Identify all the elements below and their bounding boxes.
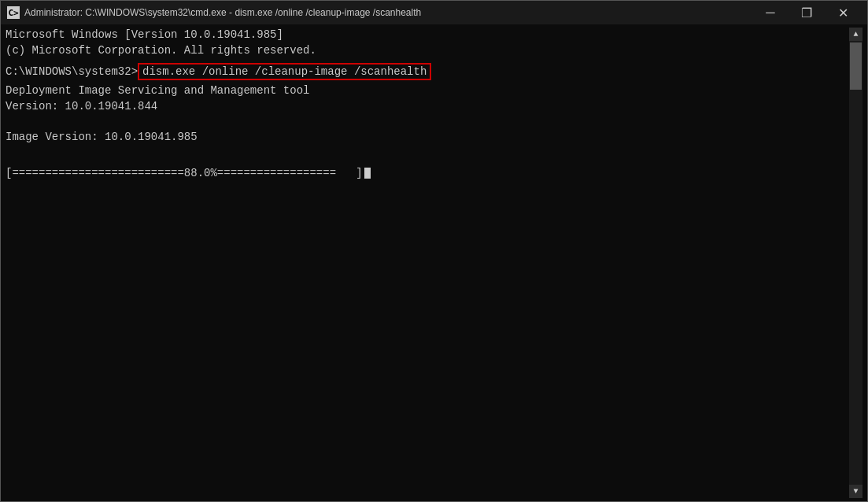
dism-tool-line: Deployment Image Servicing and Managemen… <box>6 83 849 99</box>
scroll-down-button[interactable]: ▼ <box>849 485 862 498</box>
copyright-line: (c) Microsoft Corporation. All rights re… <box>6 43 849 59</box>
empty-space <box>6 179 849 415</box>
restore-button[interactable]: ❐ <box>789 1 825 24</box>
version-line: Version: 10.0.19041.844 <box>6 99 849 115</box>
console-content[interactable]: Microsoft Windows [Version 10.0.19041.98… <box>6 28 849 498</box>
progress-bar-line: [==========================88.0%========… <box>6 167 849 179</box>
title-bar: C> Administrator: C:\WINDOWS\system32\cm… <box>1 1 867 24</box>
bottom-area <box>6 415 849 431</box>
console-area: Microsoft Windows [Version 10.0.19041.98… <box>1 24 867 501</box>
window-icon: C> <box>7 6 20 19</box>
image-version-line: Image Version: 10.0.19041.985 <box>6 130 849 146</box>
title-bar-text: Administrator: C:\WINDOWS\system32\cmd.e… <box>24 7 752 18</box>
scroll-track[interactable] <box>849 41 862 485</box>
empty-line-1 <box>6 114 849 130</box>
cmd-window: C> Administrator: C:\WINDOWS\system32\cm… <box>0 0 868 502</box>
window-controls: ─ ❐ ✕ <box>752 1 861 24</box>
minimize-button[interactable]: ─ <box>752 1 789 24</box>
empty-line-2 <box>6 146 849 161</box>
cursor <box>364 168 371 179</box>
scrollbar[interactable]: ▲ ▼ <box>849 28 862 498</box>
command-line: C:\WINDOWS\system32>dism.exe /online /cl… <box>6 63 849 80</box>
command-text: dism.exe /online /cleanup-image /scanhea… <box>138 63 431 80</box>
scroll-thumb[interactable] <box>850 42 862 90</box>
windows-version-line: Microsoft Windows [Version 10.0.19041.98… <box>6 28 849 43</box>
prompt: C:\WINDOWS\system32> <box>6 65 138 78</box>
scroll-up-button[interactable]: ▲ <box>849 28 862 41</box>
close-button[interactable]: ✕ <box>825 1 861 24</box>
